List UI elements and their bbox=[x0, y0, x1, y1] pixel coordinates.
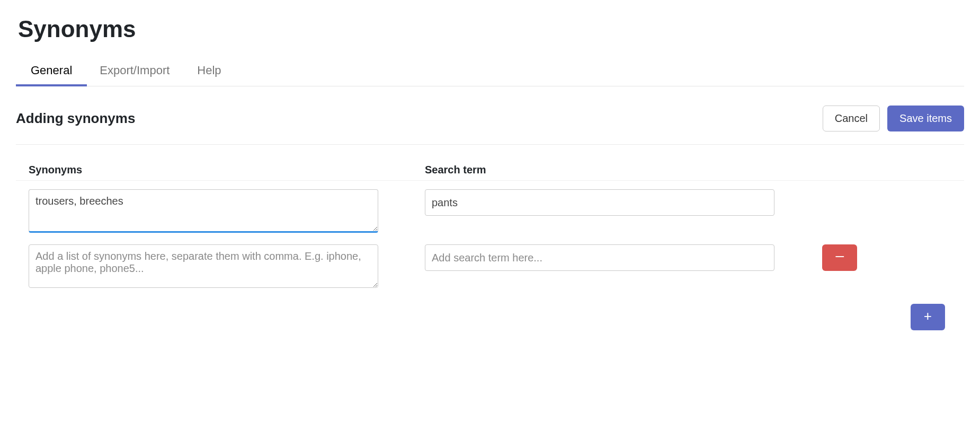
save-button[interactable]: Save items bbox=[887, 106, 964, 131]
action-buttons: Cancel Save items bbox=[823, 106, 964, 131]
page-title: Synonyms bbox=[18, 16, 964, 42]
synonym-row: – bbox=[16, 242, 964, 297]
search-term-input[interactable] bbox=[425, 189, 774, 216]
remove-row-button[interactable]: – bbox=[822, 244, 857, 271]
section-header: Adding synonyms Cancel Save items bbox=[16, 86, 964, 145]
synonyms-input[interactable] bbox=[29, 189, 378, 233]
synonyms-column-label: Synonyms bbox=[29, 164, 399, 176]
cancel-button[interactable]: Cancel bbox=[823, 106, 880, 131]
search-term-input[interactable] bbox=[425, 244, 774, 271]
rows-container: – bbox=[16, 180, 964, 297]
synonym-row bbox=[16, 187, 964, 242]
search-term-column-label: Search term bbox=[425, 164, 774, 176]
tab-general[interactable]: General bbox=[31, 58, 72, 86]
tab-export-import[interactable]: Export/Import bbox=[100, 58, 170, 86]
tabs: General Export/Import Help bbox=[16, 58, 964, 86]
section-heading: Adding synonyms bbox=[16, 110, 135, 127]
add-row-button[interactable]: + bbox=[911, 304, 945, 330]
column-headers: Synonyms Search term bbox=[29, 164, 964, 176]
synonyms-input[interactable] bbox=[29, 244, 378, 288]
tab-help[interactable]: Help bbox=[197, 58, 221, 86]
